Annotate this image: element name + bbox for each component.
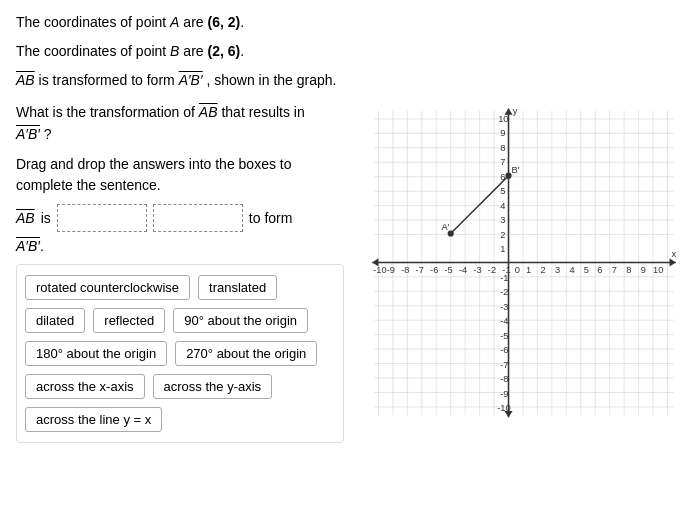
svg-text:9: 9 bbox=[641, 265, 646, 275]
point-b-prime-label: B′ bbox=[512, 165, 520, 175]
svg-text:-6: -6 bbox=[500, 345, 508, 355]
chip-dilated[interactable]: dilated bbox=[25, 308, 85, 333]
chip-180[interactable]: 180° about the origin bbox=[25, 341, 167, 366]
svg-text:-5: -5 bbox=[445, 265, 453, 275]
right-panel: x y -10 -9 -8 -7 -6 -5 -4 -3 -2 -1 0 1 2… bbox=[360, 0, 688, 531]
chip-270[interactable]: 270° about the origin bbox=[175, 341, 317, 366]
transform-description: AB is transformed to form A′B′ , shown i… bbox=[16, 70, 344, 91]
svg-text:0: 0 bbox=[515, 265, 520, 275]
svg-text:-4: -4 bbox=[459, 265, 467, 275]
svg-text:-6: -6 bbox=[430, 265, 438, 275]
chip-reflected[interactable]: reflected bbox=[93, 308, 165, 333]
svg-text:2: 2 bbox=[541, 265, 546, 275]
svg-text:5: 5 bbox=[500, 186, 505, 196]
svg-text:-3: -3 bbox=[473, 265, 481, 275]
svg-text:3: 3 bbox=[555, 265, 560, 275]
chip-rotated[interactable]: rotated counterclockwise bbox=[25, 275, 190, 300]
drop-box-1[interactable] bbox=[57, 204, 147, 232]
point-a-prime-label: A′ bbox=[441, 222, 449, 232]
svg-text:-1: -1 bbox=[500, 273, 508, 283]
svg-text:1: 1 bbox=[526, 265, 531, 275]
svg-text:1: 1 bbox=[500, 244, 505, 254]
coords-b: (2, 6) bbox=[207, 43, 240, 59]
question-section: What is the transformation of AB that re… bbox=[16, 101, 344, 146]
answer-ab-segment: AB bbox=[16, 210, 35, 226]
chip-line-yx[interactable]: across the line y = x bbox=[25, 407, 162, 432]
svg-text:-2: -2 bbox=[500, 287, 508, 297]
question-ab: AB bbox=[199, 104, 218, 120]
svg-text:10: 10 bbox=[498, 114, 508, 124]
drop-box-2[interactable] bbox=[153, 204, 243, 232]
answer-result-row: A′B′ . bbox=[16, 238, 344, 254]
chip-yaxis[interactable]: across the y-axis bbox=[153, 374, 273, 399]
svg-text:5: 5 bbox=[584, 265, 589, 275]
svg-text:3: 3 bbox=[500, 215, 505, 225]
coordinate-graph: x y -10 -9 -8 -7 -6 -5 -4 -3 -2 -1 0 1 2… bbox=[364, 4, 684, 527]
svg-text:4: 4 bbox=[500, 201, 505, 211]
drag-options-area: rotated counterclockwise translated dila… bbox=[16, 264, 344, 443]
y-axis-label: y bbox=[513, 106, 518, 116]
point-a-text: The coordinates of point A are bbox=[16, 14, 207, 30]
svg-text:-8: -8 bbox=[500, 374, 508, 384]
question-ab-prime: A′B′ bbox=[16, 126, 40, 142]
svg-text:8: 8 bbox=[626, 265, 631, 275]
svg-text:-2: -2 bbox=[488, 265, 496, 275]
x-axis-label: x bbox=[672, 249, 677, 259]
answer-row: AB is to form bbox=[16, 204, 344, 232]
svg-text:9: 9 bbox=[500, 128, 505, 138]
x-axis-arrow-right bbox=[670, 258, 676, 266]
svg-text:4: 4 bbox=[569, 265, 574, 275]
svg-text:-7: -7 bbox=[416, 265, 424, 275]
svg-text:2: 2 bbox=[500, 230, 505, 240]
point-a-description: The coordinates of point A are (6, 2). bbox=[16, 12, 344, 33]
svg-text:-9: -9 bbox=[387, 265, 395, 275]
svg-text:-5: -5 bbox=[500, 331, 508, 341]
segment-ab-label: AB bbox=[16, 72, 35, 88]
drag-instruction: Drag and drop the answers into the boxes… bbox=[16, 154, 344, 196]
point-b-text: The coordinates of point B are bbox=[16, 43, 207, 59]
svg-text:-9: -9 bbox=[500, 389, 508, 399]
svg-text:-7: -7 bbox=[500, 360, 508, 370]
svg-text:7: 7 bbox=[500, 157, 505, 167]
svg-text:-3: -3 bbox=[500, 302, 508, 312]
svg-text:6: 6 bbox=[597, 265, 602, 275]
svg-text:-8: -8 bbox=[401, 265, 409, 275]
point-b-description: The coordinates of point B are (2, 6). bbox=[16, 41, 344, 62]
svg-text:-4: -4 bbox=[500, 316, 508, 326]
svg-text:7: 7 bbox=[612, 265, 617, 275]
left-panel: The coordinates of point A are (6, 2). T… bbox=[0, 0, 360, 531]
chip-translated[interactable]: translated bbox=[198, 275, 277, 300]
svg-text:8: 8 bbox=[500, 143, 505, 153]
svg-text:10: 10 bbox=[653, 265, 663, 275]
chip-90[interactable]: 90° about the origin bbox=[173, 308, 308, 333]
segment-ab-prime-label: A′B′ bbox=[179, 72, 203, 88]
coords-a: (6, 2) bbox=[207, 14, 240, 30]
chip-xaxis[interactable]: across the x-axis bbox=[25, 374, 145, 399]
answer-ab-prime-segment: A′B′ bbox=[16, 238, 40, 254]
svg-text:-10: -10 bbox=[373, 265, 386, 275]
svg-text:-10: -10 bbox=[497, 403, 510, 413]
